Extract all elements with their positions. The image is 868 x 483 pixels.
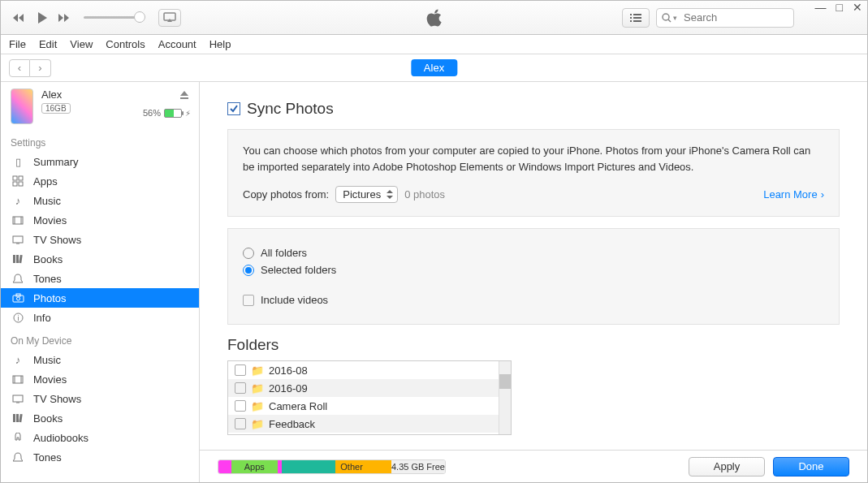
folder-row[interactable]: 📁Feedback bbox=[228, 415, 511, 433]
list-view-button[interactable] bbox=[622, 8, 650, 28]
nav-forward-button[interactable]: › bbox=[30, 59, 51, 77]
nav-back-button[interactable]: ‹ bbox=[9, 59, 30, 77]
folder-icon: 📁 bbox=[251, 400, 264, 412]
apply-button[interactable]: Apply bbox=[689, 457, 765, 477]
sidebar-item-tvshows[interactable]: TV Shows bbox=[1, 230, 199, 249]
learn-more-link[interactable]: Learn More› bbox=[763, 188, 824, 201]
menu-view[interactable]: View bbox=[70, 38, 93, 50]
sidebar-header-ondevice: On My Device bbox=[1, 327, 199, 350]
svg-rect-6 bbox=[19, 182, 23, 186]
folder-icon: 📁 bbox=[251, 382, 264, 395]
copy-from-dropdown[interactable]: Pictures bbox=[335, 186, 398, 203]
menu-file[interactable]: File bbox=[9, 38, 26, 50]
svg-rect-3 bbox=[13, 176, 17, 180]
svg-rect-27 bbox=[19, 414, 22, 422]
ondevice-item-tvshows[interactable]: TV Shows bbox=[1, 389, 199, 408]
tv-icon bbox=[11, 394, 25, 403]
folder-icon: 📁 bbox=[251, 364, 264, 377]
ondevice-item-tones[interactable]: Tones bbox=[1, 447, 199, 467]
storage-seg-other: Other bbox=[335, 460, 391, 473]
svg-rect-25 bbox=[13, 414, 15, 422]
menu-account[interactable]: Account bbox=[158, 38, 196, 50]
copy-from-label: Copy photos from: bbox=[243, 188, 329, 201]
sidebar-item-books[interactable]: Books bbox=[1, 249, 199, 269]
ondevice-item-music[interactable]: ♪Music bbox=[1, 350, 199, 369]
music-icon: ♪ bbox=[11, 354, 25, 366]
storage-seg-pink bbox=[218, 460, 231, 473]
storage-bar: Apps Other 4.35 GB Free bbox=[218, 459, 446, 474]
play-button[interactable] bbox=[32, 7, 53, 28]
ondevice-item-books[interactable]: Books bbox=[1, 408, 199, 428]
sidebar-item-summary[interactable]: ▯Summary bbox=[1, 152, 199, 171]
device-capacity: 16GB bbox=[41, 103, 71, 114]
minimize-button[interactable]: — bbox=[815, 1, 827, 14]
maximize-button[interactable]: □ bbox=[836, 1, 843, 14]
audiobooks-icon bbox=[11, 433, 25, 442]
menu-edit[interactable]: Edit bbox=[39, 38, 57, 50]
chevron-right-icon: › bbox=[821, 188, 824, 201]
sidebar-item-movies[interactable]: Movies bbox=[1, 210, 199, 230]
sync-photos-checkbox[interactable] bbox=[227, 102, 240, 115]
svg-rect-14 bbox=[19, 255, 22, 263]
search-icon bbox=[662, 13, 672, 23]
svg-rect-26 bbox=[16, 414, 19, 422]
svg-rect-5 bbox=[13, 182, 17, 186]
checkbox-include-videos[interactable]: Include videos bbox=[243, 294, 824, 306]
chevron-down-icon: ▾ bbox=[673, 14, 677, 22]
device-icon: ▯ bbox=[11, 156, 25, 168]
folder-selector[interactable]: 📁2016-08 📁2016-09 📁Camera Roll 📁Feedback bbox=[227, 360, 512, 435]
svg-text:i: i bbox=[17, 314, 19, 322]
eject-button[interactable] bbox=[179, 90, 189, 100]
search-field[interactable]: ▾ bbox=[656, 8, 794, 28]
charging-icon: ⚡︎ bbox=[185, 109, 191, 118]
folders-header: Folders bbox=[227, 336, 840, 354]
sidebar-item-photos[interactable]: Photos bbox=[1, 288, 199, 308]
folder-icon: 📁 bbox=[251, 418, 264, 430]
sidebar: Alex 16GB 56% ⚡︎ Settings ▯Summary Apps … bbox=[1, 82, 200, 482]
photos-icon bbox=[11, 293, 25, 303]
device-name: Alex bbox=[41, 88, 189, 101]
sidebar-header-settings: Settings bbox=[1, 129, 199, 152]
radio-selected-folders[interactable]: Selected folders bbox=[243, 264, 824, 276]
svg-point-1 bbox=[663, 14, 669, 20]
search-input[interactable] bbox=[682, 11, 779, 24]
scrollbar[interactable] bbox=[499, 361, 511, 434]
device-summary: Alex 16GB 56% ⚡︎ bbox=[1, 88, 199, 129]
svg-rect-12 bbox=[13, 255, 15, 263]
ondevice-item-movies[interactable]: Movies bbox=[1, 369, 199, 389]
movies-icon bbox=[11, 216, 25, 225]
svg-line-2 bbox=[668, 19, 671, 22]
apple-logo-icon bbox=[425, 7, 443, 28]
sync-description: You can choose which photos from your co… bbox=[243, 143, 824, 175]
tones-icon bbox=[11, 452, 25, 463]
music-icon: ♪ bbox=[11, 195, 25, 207]
close-button[interactable]: ✕ bbox=[853, 1, 862, 14]
folder-row[interactable]: 📁2016-09 bbox=[228, 379, 511, 397]
ondevice-item-audiobooks[interactable]: Audiobooks bbox=[1, 428, 199, 447]
books-icon bbox=[11, 413, 25, 423]
tv-icon bbox=[11, 235, 25, 244]
battery-percent: 56% bbox=[143, 108, 161, 118]
menu-help[interactable]: Help bbox=[209, 38, 231, 50]
info-icon: i bbox=[11, 313, 25, 323]
sidebar-item-info[interactable]: iInfo bbox=[1, 308, 199, 327]
menu-controls[interactable]: Controls bbox=[106, 38, 145, 50]
device-thumbnail bbox=[11, 88, 33, 124]
sidebar-item-music[interactable]: ♪Music bbox=[1, 191, 199, 210]
sidebar-item-tones[interactable]: Tones bbox=[1, 269, 199, 288]
device-tab[interactable]: Alex bbox=[411, 59, 457, 76]
folder-row[interactable]: 📁2016-08 bbox=[228, 361, 511, 379]
sidebar-item-apps[interactable]: Apps bbox=[1, 171, 199, 191]
prev-track-button[interactable] bbox=[11, 9, 28, 27]
sync-photos-title: Sync Photos bbox=[247, 100, 334, 118]
battery-icon bbox=[164, 109, 182, 118]
next-track-button[interactable] bbox=[56, 9, 74, 27]
movies-icon bbox=[11, 375, 25, 384]
done-button[interactable]: Done bbox=[773, 457, 849, 477]
volume-slider[interactable] bbox=[84, 16, 144, 19]
svg-rect-13 bbox=[16, 255, 19, 263]
folder-row[interactable]: 📁Camera Roll bbox=[228, 397, 511, 415]
radio-all-folders[interactable]: All folders bbox=[243, 247, 824, 259]
storage-seg-free: 4.35 GB Free bbox=[391, 460, 445, 473]
airplay-button[interactable] bbox=[158, 9, 181, 27]
